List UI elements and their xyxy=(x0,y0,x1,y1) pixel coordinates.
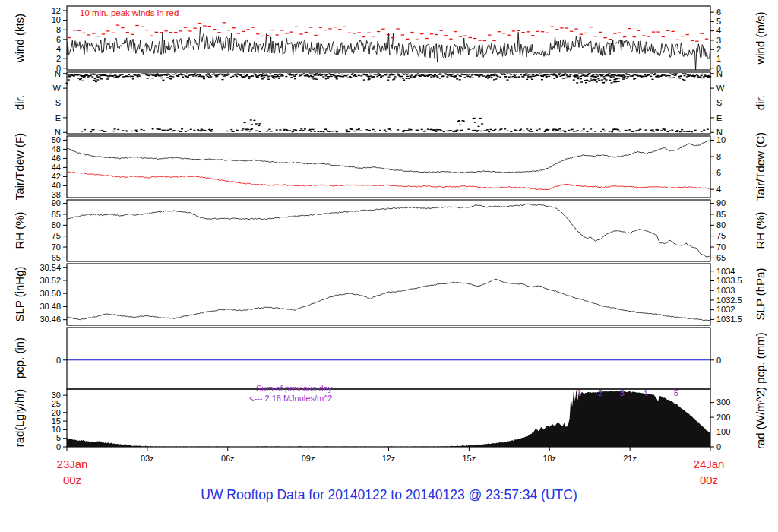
svg-text:90: 90 xyxy=(716,198,726,207)
svg-text:5: 5 xyxy=(56,433,61,442)
svg-text:4: 4 xyxy=(643,388,647,397)
svg-text:40: 40 xyxy=(52,181,61,190)
svg-text:38: 38 xyxy=(52,190,61,199)
svg-text:30: 30 xyxy=(52,391,61,400)
svg-text:42: 42 xyxy=(52,172,61,181)
svg-text:W: W xyxy=(716,84,725,93)
right-axis-label-wind: wind (m/s) xyxy=(754,11,767,64)
svg-text:09z: 09z xyxy=(302,454,315,463)
left-axis-label-dir: dir. xyxy=(13,95,26,110)
svg-text:30.46: 30.46 xyxy=(40,315,61,324)
svg-text:2: 2 xyxy=(598,388,602,397)
svg-text:21z: 21z xyxy=(623,454,637,463)
svg-text:0: 0 xyxy=(56,442,61,451)
svg-text:90: 90 xyxy=(52,198,61,207)
svg-text:30.48: 30.48 xyxy=(40,302,61,311)
svg-text:30.54: 30.54 xyxy=(40,263,61,272)
x-start-day: 23Jan xyxy=(57,456,88,472)
svg-text:25: 25 xyxy=(52,399,61,408)
svg-text:300: 300 xyxy=(716,397,730,407)
svg-text:S: S xyxy=(55,98,61,107)
svg-text:1: 1 xyxy=(716,54,721,63)
svg-text:18z: 18z xyxy=(542,454,556,463)
svg-text:10: 10 xyxy=(52,15,61,24)
svg-text:0: 0 xyxy=(716,442,721,451)
svg-text:2: 2 xyxy=(56,54,61,63)
svg-text:30.52: 30.52 xyxy=(40,276,61,285)
svg-text:06z: 06z xyxy=(221,454,235,463)
svg-text:6: 6 xyxy=(716,8,721,17)
svg-text:W: W xyxy=(53,84,62,93)
meteogram-plot: 0246810120123456NESWNNESWN38404244464850… xyxy=(0,0,778,532)
rad-sum-note-line2: <--- 2.16 MJoules/m^2 xyxy=(249,394,332,403)
svg-text:50: 50 xyxy=(52,135,61,144)
svg-text:75: 75 xyxy=(52,231,61,240)
left-axis-label-wind: wind (kts) xyxy=(13,14,26,62)
right-axis-label-rh: RH (%) xyxy=(754,211,767,249)
svg-text:100: 100 xyxy=(716,427,730,436)
svg-text:80: 80 xyxy=(716,220,726,230)
svg-text:6: 6 xyxy=(56,35,61,44)
svg-text:1033: 1033 xyxy=(716,286,735,295)
svg-text:1: 1 xyxy=(577,388,581,397)
svg-text:75: 75 xyxy=(716,231,726,240)
svg-text:3: 3 xyxy=(620,388,625,397)
right-axis-label-pcp: pcp. (mm) xyxy=(754,332,767,384)
left-axis-label-rad: rad(Lgly/hr) xyxy=(13,389,26,448)
svg-text:10: 10 xyxy=(716,135,726,144)
svg-text:8: 8 xyxy=(716,152,721,161)
svg-text:12z: 12z xyxy=(382,454,396,463)
svg-text:48: 48 xyxy=(52,144,61,154)
svg-text:6: 6 xyxy=(716,168,721,177)
svg-text:85: 85 xyxy=(716,210,726,219)
svg-text:4: 4 xyxy=(56,44,61,53)
rad-sum-note-line1: Sum of previous day xyxy=(256,384,332,393)
svg-text:70: 70 xyxy=(52,242,61,252)
svg-text:10: 10 xyxy=(52,425,61,434)
right-axis-label-slp: SLP (hPa) xyxy=(754,268,767,321)
meteogram-page: 0246810120123456NESWNNESWN38404244464850… xyxy=(0,0,778,532)
svg-text:4: 4 xyxy=(716,185,721,194)
svg-text:85: 85 xyxy=(52,210,61,219)
x-end-hour: 00z xyxy=(694,472,725,488)
svg-text:20: 20 xyxy=(52,408,61,417)
right-axis-label-dir: dir. xyxy=(754,95,767,110)
svg-text:5: 5 xyxy=(674,388,678,397)
svg-text:03z: 03z xyxy=(141,454,154,463)
svg-text:8: 8 xyxy=(56,25,61,34)
svg-text:1032: 1032 xyxy=(716,305,735,314)
svg-text:1034: 1034 xyxy=(716,267,735,276)
svg-text:46: 46 xyxy=(52,154,61,163)
x-start-hour: 00z xyxy=(57,472,88,488)
svg-text:70: 70 xyxy=(716,242,726,252)
svg-text:3: 3 xyxy=(716,36,721,45)
svg-text:1033.5: 1033.5 xyxy=(716,276,742,285)
svg-text:200: 200 xyxy=(716,413,730,422)
svg-text:65: 65 xyxy=(52,253,61,262)
svg-text:1032.5: 1032.5 xyxy=(716,296,742,305)
svg-text:12: 12 xyxy=(52,6,61,15)
svg-text:15z: 15z xyxy=(463,454,476,463)
left-axis-label-slp: SLP (inHg) xyxy=(13,266,26,321)
x-axis-start-date: 23Jan 00z xyxy=(57,456,88,488)
right-axis-label-rad: rad (W/m^2) xyxy=(754,387,767,449)
svg-text:2: 2 xyxy=(716,45,721,54)
svg-text:4: 4 xyxy=(716,26,721,35)
peak-winds-note: 10 min. peak winds in red xyxy=(80,8,179,17)
left-axis-label-pcp: pcp. (in) xyxy=(13,337,26,378)
x-axis-end-date: 24Jan 00z xyxy=(694,456,725,488)
svg-text:1031.5: 1031.5 xyxy=(716,315,742,324)
svg-text:5: 5 xyxy=(716,17,721,26)
svg-text:0: 0 xyxy=(716,356,721,365)
svg-text:0: 0 xyxy=(56,356,61,365)
svg-text:44: 44 xyxy=(52,163,61,172)
right-axis-label-temperature: Tair/Tdew (C) xyxy=(754,132,767,201)
svg-text:N: N xyxy=(716,69,723,78)
svg-text:80: 80 xyxy=(52,220,61,230)
svg-text:E: E xyxy=(55,113,61,122)
svg-text:65: 65 xyxy=(716,253,726,262)
left-axis-label-temperature: Tair/Tdew (F) xyxy=(13,133,26,200)
svg-text:N: N xyxy=(55,69,61,78)
svg-text:30.50: 30.50 xyxy=(40,289,61,298)
x-end-day: 24Jan xyxy=(694,456,725,472)
